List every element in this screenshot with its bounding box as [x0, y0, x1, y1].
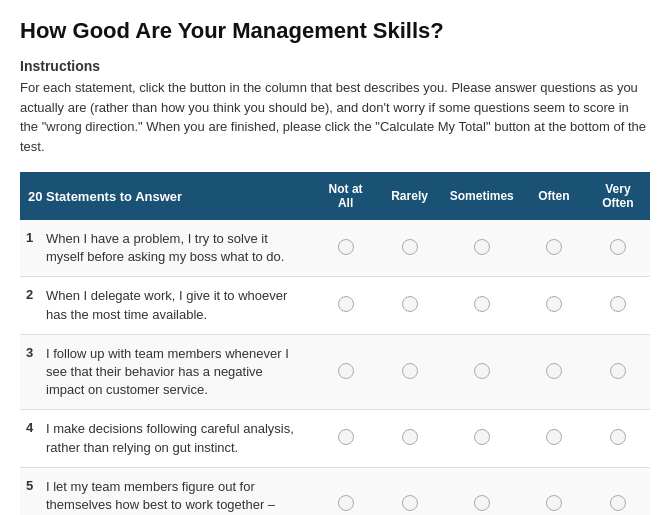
radio-often-row-3[interactable] — [546, 363, 562, 379]
radio-not-at-all-row-4[interactable] — [338, 429, 354, 445]
statement-cell-4: 4I make decisions following careful anal… — [20, 410, 314, 467]
radio-rarely-row-3[interactable] — [402, 363, 418, 379]
quiz-table: 20 Statements to Answer Not at All Rarel… — [20, 172, 650, 515]
radio-often-row-2[interactable] — [546, 296, 562, 312]
radio-not-at-all-row-1[interactable] — [338, 239, 354, 255]
statement-text: I follow up with team members whenever I… — [46, 345, 304, 400]
table-row: 2When I delegate work, I give it to whoe… — [20, 277, 650, 334]
statement-text: I let my team members figure out for the… — [46, 478, 304, 515]
col-header-rarely: Rarely — [377, 172, 441, 220]
row-number: 5 — [26, 478, 42, 493]
radio-sometimes-row-1[interactable] — [474, 239, 490, 255]
table-row: 4I make decisions following careful anal… — [20, 410, 650, 467]
radio-very-often-row-2[interactable] — [610, 296, 626, 312]
radio-cell-rarely — [377, 467, 441, 515]
radio-very-often-row-3[interactable] — [610, 363, 626, 379]
radio-very-often-row-1[interactable] — [610, 239, 626, 255]
radio-cell-rarely — [377, 277, 441, 334]
table-row: 3I follow up with team members whenever … — [20, 334, 650, 410]
radio-cell-sometimes — [442, 410, 522, 467]
radio-cell-often — [522, 277, 586, 334]
radio-cell-often — [522, 334, 586, 410]
radio-very-often-row-5[interactable] — [610, 495, 626, 511]
radio-very-often-row-4[interactable] — [610, 429, 626, 445]
statement-cell-1: 1When I have a problem, I try to solve i… — [20, 220, 314, 277]
radio-cell-sometimes — [442, 467, 522, 515]
radio-not-at-all-row-2[interactable] — [338, 296, 354, 312]
radio-not-at-all-row-5[interactable] — [338, 495, 354, 511]
radio-cell-very-often — [586, 220, 650, 277]
col-header-often: Often — [522, 172, 586, 220]
radio-cell-very-often — [586, 334, 650, 410]
radio-cell-not-at-all — [314, 277, 378, 334]
radio-cell-sometimes — [442, 220, 522, 277]
radio-cell-not-at-all — [314, 220, 378, 277]
table-header-label: 20 Statements to Answer — [20, 172, 314, 220]
radio-rarely-row-1[interactable] — [402, 239, 418, 255]
radio-cell-sometimes — [442, 277, 522, 334]
radio-cell-very-often — [586, 467, 650, 515]
col-header-not-at-all: Not at All — [314, 172, 378, 220]
statement-text: When I have a problem, I try to solve it… — [46, 230, 304, 266]
radio-cell-often — [522, 220, 586, 277]
radio-cell-not-at-all — [314, 467, 378, 515]
statement-cell-5: 5I let my team members figure out for th… — [20, 467, 314, 515]
radio-cell-not-at-all — [314, 410, 378, 467]
radio-often-row-5[interactable] — [546, 495, 562, 511]
radio-rarely-row-4[interactable] — [402, 429, 418, 445]
radio-not-at-all-row-3[interactable] — [338, 363, 354, 379]
statement-cell-3: 3I follow up with team members whenever … — [20, 334, 314, 410]
radio-sometimes-row-3[interactable] — [474, 363, 490, 379]
statement-text: When I delegate work, I give it to whoev… — [46, 287, 304, 323]
radio-cell-often — [522, 410, 586, 467]
instructions-heading: Instructions — [20, 58, 650, 74]
radio-cell-very-often — [586, 410, 650, 467]
table-row: 5I let my team members figure out for th… — [20, 467, 650, 515]
radio-cell-very-often — [586, 277, 650, 334]
radio-cell-not-at-all — [314, 334, 378, 410]
statement-text: I make decisions following careful analy… — [46, 420, 304, 456]
radio-rarely-row-2[interactable] — [402, 296, 418, 312]
radio-often-row-4[interactable] — [546, 429, 562, 445]
row-number: 2 — [26, 287, 42, 302]
radio-sometimes-row-4[interactable] — [474, 429, 490, 445]
radio-rarely-row-5[interactable] — [402, 495, 418, 511]
col-header-very-often: Very Often — [586, 172, 650, 220]
row-number: 4 — [26, 420, 42, 435]
radio-cell-sometimes — [442, 334, 522, 410]
row-number: 1 — [26, 230, 42, 245]
radio-sometimes-row-5[interactable] — [474, 495, 490, 511]
instructions-text: For each statement, click the button in … — [20, 78, 650, 156]
table-row: 1When I have a problem, I try to solve i… — [20, 220, 650, 277]
radio-cell-rarely — [377, 334, 441, 410]
row-number: 3 — [26, 345, 42, 360]
radio-cell-rarely — [377, 220, 441, 277]
radio-cell-rarely — [377, 410, 441, 467]
radio-sometimes-row-2[interactable] — [474, 296, 490, 312]
radio-often-row-1[interactable] — [546, 239, 562, 255]
col-header-sometimes: Sometimes — [442, 172, 522, 220]
statement-cell-2: 2When I delegate work, I give it to whoe… — [20, 277, 314, 334]
page-title: How Good Are Your Management Skills? — [20, 18, 650, 44]
radio-cell-often — [522, 467, 586, 515]
